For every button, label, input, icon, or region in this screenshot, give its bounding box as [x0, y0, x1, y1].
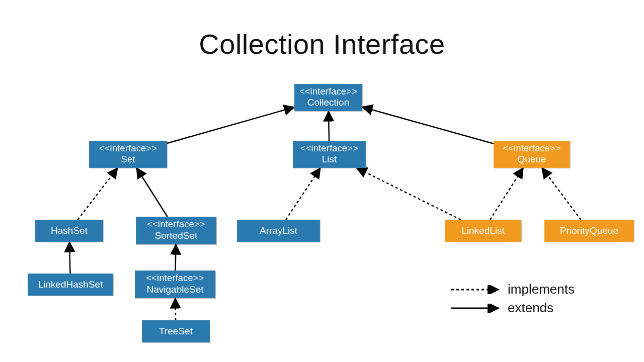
edge-sortedset-to-set [137, 168, 168, 217]
edge-hashset-to-set [77, 168, 117, 220]
diagram-canvas: Collection Interface <<interface>>Collec… [0, 0, 644, 362]
node-label: Collection [307, 97, 349, 109]
node-label: List [322, 154, 337, 165]
node-hashset: HashSet [35, 220, 103, 242]
stereotype-label: <<interface>> [147, 219, 205, 230]
edge-navigableset-to-sortedset [176, 244, 176, 270]
node-set: <<interface>>Set [89, 141, 167, 168]
legend-extends-label: extends [508, 300, 553, 316]
edge-arraylist-to-list [286, 168, 320, 220]
node-label: HashSet [51, 225, 88, 237]
node-label: ArrayList [260, 225, 297, 237]
node-label: SortedSet [155, 230, 198, 242]
legend-implements-label: implements [508, 282, 575, 297]
edge-treeset-to-navigableset [175, 298, 176, 320]
node-priorityqueue: PriorityQueue [544, 220, 634, 242]
stereotype-label: <<interface>> [300, 143, 358, 154]
edge-queue-to-collection [362, 107, 494, 144]
edge-set-to-collection [167, 107, 294, 143]
node-label: NavigableSet [146, 284, 203, 296]
legend-implements: implements [450, 282, 575, 297]
stereotype-label: <<interface>> [503, 143, 561, 154]
node-label: Set [121, 154, 135, 165]
node-label: TreeSet [159, 326, 193, 337]
node-list: <<interface>>List [293, 141, 366, 168]
node-navigableset: <<interface>>NavigableSet [135, 270, 215, 298]
node-label: LinkedList [461, 225, 505, 237]
node-treeset: TreeSet [142, 320, 210, 342]
node-linkedlist: LinkedList [445, 220, 521, 242]
stereotype-label: <<interface>> [146, 273, 204, 284]
node-label: Queue [517, 154, 546, 165]
node-linkedhashset: LinkedHashSet [28, 274, 113, 296]
diagram-title: Collection Interface [0, 28, 644, 60]
legend-extends: extends [450, 300, 575, 316]
edge-linkedlist-to-queue [490, 168, 523, 220]
node-sortedset: <<interface>>SortedSet [136, 217, 216, 244]
node-arraylist: ArrayList [237, 220, 320, 242]
node-collection: <<interface>>Collection [294, 84, 362, 111]
edge-linkedlist-to-list [357, 168, 461, 220]
node-label: LinkedHashSet [38, 279, 103, 291]
edge-priorityqueue-to-queue [542, 168, 581, 220]
node-label: PriorityQueue [560, 225, 618, 237]
edge-linkedhashset-to-hashset [69, 242, 70, 274]
legend: implements extends [450, 282, 575, 319]
edge-list-to-collection [329, 111, 329, 141]
stereotype-label: <<interface>> [299, 86, 357, 98]
stereotype-label: <<interface>> [99, 143, 157, 154]
node-queue: <<interface>>Queue [494, 141, 570, 168]
